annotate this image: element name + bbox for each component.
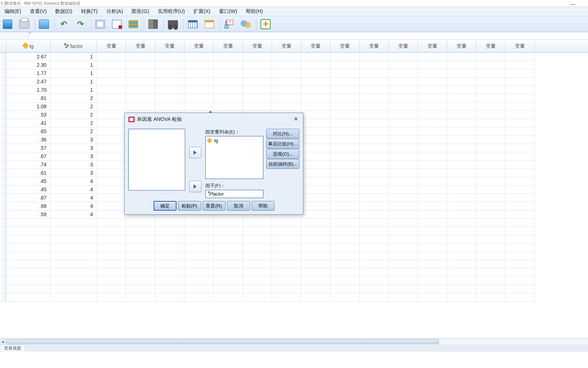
- data-cell[interactable]: [301, 136, 330, 144]
- data-cell[interactable]: [97, 78, 126, 86]
- data-cell[interactable]: [360, 194, 389, 202]
- row-header[interactable]: [0, 285, 6, 293]
- data-cell[interactable]: [214, 277, 243, 285]
- data-cell[interactable]: [97, 277, 126, 285]
- row-header[interactable]: [0, 227, 6, 235]
- data-cell[interactable]: [447, 53, 476, 61]
- row-header[interactable]: [0, 210, 6, 219]
- data-cell[interactable]: [360, 293, 389, 302]
- goto-variable-icon[interactable]: [111, 18, 123, 30]
- data-cell[interactable]: [243, 277, 272, 285]
- data-cell[interactable]: [505, 219, 535, 227]
- data-cell[interactable]: [418, 152, 447, 161]
- move-to-factor-button[interactable]: [189, 181, 201, 192]
- data-cell[interactable]: [301, 61, 330, 69]
- data-cell[interactable]: [243, 268, 272, 277]
- data-cell[interactable]: [360, 127, 389, 136]
- data-cell[interactable]: [50, 277, 97, 285]
- data-cell[interactable]: [97, 252, 126, 260]
- data-cell[interactable]: [476, 169, 505, 177]
- data-cell[interactable]: [360, 177, 389, 185]
- data-cell[interactable]: [476, 268, 505, 277]
- data-cell[interactable]: [6, 219, 50, 227]
- row-header[interactable]: [0, 252, 6, 260]
- data-cell[interactable]: [360, 244, 389, 252]
- data-cell[interactable]: [330, 94, 360, 102]
- data-cell[interactable]: [126, 285, 155, 293]
- data-cell[interactable]: [330, 293, 360, 302]
- data-cell[interactable]: [272, 277, 301, 285]
- variables-icon[interactable]: [127, 18, 139, 30]
- data-cell[interactable]: [447, 210, 476, 219]
- data-cell[interactable]: [184, 94, 214, 102]
- data-cell[interactable]: [360, 252, 389, 260]
- data-cell[interactable]: [155, 86, 184, 94]
- data-cell[interactable]: [97, 202, 126, 210]
- select-all-corner[interactable]: [0, 40, 6, 52]
- data-cell[interactable]: [97, 194, 126, 202]
- data-cell[interactable]: [447, 69, 476, 78]
- data-cell[interactable]: [360, 285, 389, 293]
- row-header[interactable]: [0, 53, 6, 61]
- data-cell[interactable]: [243, 252, 272, 260]
- data-cell[interactable]: [418, 260, 447, 268]
- row-header[interactable]: [0, 102, 6, 111]
- data-cell[interactable]: [330, 268, 360, 277]
- data-cell[interactable]: [272, 293, 301, 302]
- data-cell[interactable]: [50, 268, 97, 277]
- data-cell[interactable]: [97, 69, 126, 78]
- data-cell[interactable]: [389, 277, 418, 285]
- data-cell[interactable]: [418, 78, 447, 86]
- row-header[interactable]: [0, 119, 6, 127]
- column-header-empty[interactable]: 变量: [389, 40, 418, 52]
- data-cell[interactable]: [389, 210, 418, 219]
- data-cell[interactable]: [418, 102, 447, 111]
- data-cell[interactable]: [418, 268, 447, 277]
- data-cell[interactable]: [50, 285, 97, 293]
- data-cell[interactable]: [6, 260, 50, 268]
- data-cell[interactable]: [155, 78, 184, 86]
- data-cell[interactable]: [505, 111, 535, 119]
- data-cell[interactable]: [389, 94, 418, 102]
- data-cell[interactable]: [389, 61, 418, 69]
- data-cell[interactable]: [360, 169, 389, 177]
- data-cell[interactable]: [389, 102, 418, 111]
- data-cell[interactable]: 4: [50, 185, 97, 194]
- data-cell[interactable]: [505, 260, 535, 268]
- data-cell[interactable]: [418, 136, 447, 144]
- data-cell[interactable]: [330, 61, 360, 69]
- data-cell[interactable]: [360, 53, 389, 61]
- data-cell[interactable]: [447, 136, 476, 144]
- data-cell[interactable]: [243, 61, 272, 69]
- menu-extensions[interactable]: 扩展(X): [189, 7, 215, 16]
- customize-icon[interactable]: [259, 18, 272, 30]
- data-cell[interactable]: [97, 86, 126, 94]
- data-cell[interactable]: [447, 119, 476, 127]
- data-cell[interactable]: [330, 210, 360, 219]
- data-cell[interactable]: [184, 86, 214, 94]
- data-cell[interactable]: [476, 161, 505, 169]
- data-cell[interactable]: [418, 194, 447, 202]
- data-cell[interactable]: [184, 53, 214, 61]
- data-cell[interactable]: [389, 194, 418, 202]
- data-cell[interactable]: [214, 260, 243, 268]
- data-cell[interactable]: [360, 210, 389, 219]
- data-cell[interactable]: [389, 119, 418, 127]
- data-cell[interactable]: [447, 185, 476, 194]
- redo-icon[interactable]: ↷: [74, 18, 86, 30]
- data-cell[interactable]: [476, 252, 505, 260]
- data-cell[interactable]: [6, 285, 50, 293]
- run-descriptives-icon[interactable]: [147, 18, 159, 30]
- data-cell[interactable]: [389, 185, 418, 194]
- data-cell[interactable]: [243, 94, 272, 102]
- data-cell[interactable]: [389, 144, 418, 152]
- data-cell[interactable]: [301, 285, 330, 293]
- data-cell[interactable]: [97, 161, 126, 169]
- data-cell[interactable]: [330, 260, 360, 268]
- data-cell[interactable]: [360, 277, 389, 285]
- menu-analyze[interactable]: 分析(A): [102, 7, 128, 16]
- data-cell[interactable]: [389, 219, 418, 227]
- data-cell[interactable]: [418, 94, 447, 102]
- cell-value-box[interactable]: [28, 32, 588, 39]
- data-cell[interactable]: 3: [50, 136, 97, 144]
